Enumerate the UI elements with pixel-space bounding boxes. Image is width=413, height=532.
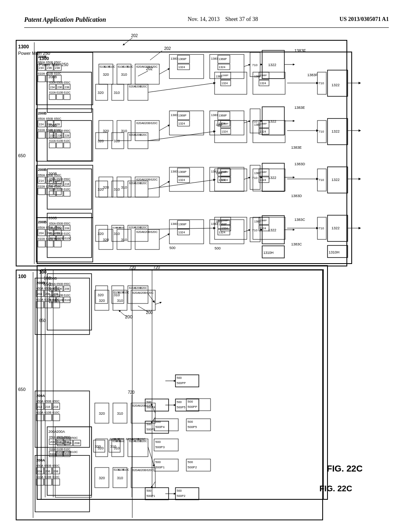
svg-text:224: 224	[39, 123, 44, 126]
svg-rect-334	[38, 75, 45, 82]
svg-text:500P5: 500P5	[177, 405, 186, 409]
svg-text:1322: 1322	[268, 63, 276, 67]
svg-text:620A: 620A	[136, 230, 144, 234]
svg-text:1383F: 1383F	[294, 49, 306, 53]
svg-line-625	[155, 302, 161, 304]
svg-line-460	[244, 177, 250, 179]
svg-text:620A: 620A	[132, 468, 140, 472]
svg-text:1383: 1383	[211, 222, 218, 226]
svg-text:610B: 610B	[46, 185, 53, 188]
svg-text:1310H: 1310H	[263, 251, 273, 255]
svg-text:650A: 650A	[36, 464, 44, 468]
publication-number: US 2013/0305071 A1	[340, 16, 389, 23]
svg-text:620B: 620B	[143, 230, 150, 234]
svg-rect-336	[54, 75, 61, 82]
svg-text:610C: 610C	[52, 411, 60, 414]
svg-text:200B: 200B	[38, 111, 47, 115]
svg-text:310: 310	[121, 185, 127, 189]
svg-text:650A: 650A	[38, 117, 45, 121]
svg-text:208: 208	[53, 470, 58, 473]
svg-text:650B: 650B	[44, 464, 52, 468]
svg-text:610C: 610C	[123, 468, 129, 471]
svg-text:500P3: 500P3	[146, 428, 155, 431]
svg-text:1383D: 1383D	[294, 162, 305, 166]
svg-text:620C: 620C	[146, 468, 154, 472]
svg-rect-534	[36, 479, 44, 485]
svg-text:320: 320	[99, 411, 105, 416]
svg-text:610C: 610C	[109, 65, 115, 68]
svg-text:650B: 650B	[46, 226, 53, 229]
svg-text:650C: 650C	[52, 399, 60, 403]
svg-rect-613	[52, 301, 60, 308]
svg-text:200B: 200B	[36, 281, 45, 285]
svg-text:610B: 610B	[46, 237, 53, 241]
svg-text:200B: 200B	[38, 220, 47, 224]
svg-text:650C: 650C	[52, 464, 60, 468]
svg-text:500P1: 500P1	[146, 494, 155, 498]
svg-text:1324: 1324	[178, 65, 185, 69]
svg-text:1368P: 1368P	[178, 223, 187, 226]
svg-text:206: 206	[47, 231, 52, 235]
page: Patent Application Publication Nov. 14, …	[0, 0, 413, 532]
svg-text:650B: 650B	[46, 173, 53, 177]
svg-text:228: 228	[55, 123, 60, 126]
svg-line-413	[159, 125, 169, 131]
svg-text:620A: 620A	[136, 65, 144, 69]
svg-text:610A: 610A	[36, 411, 44, 414]
svg-rect-536	[52, 479, 60, 485]
svg-text:320: 320	[103, 185, 109, 189]
svg-text:100: 100	[18, 274, 26, 279]
svg-rect-572	[52, 414, 60, 421]
svg-text:310: 310	[117, 476, 123, 480]
svg-text:310: 310	[121, 73, 127, 77]
svg-text:200A: 200A	[36, 458, 45, 462]
svg-rect-387	[46, 132, 53, 138]
svg-text:320: 320	[99, 476, 105, 480]
svg-text:1324: 1324	[178, 178, 185, 182]
svg-line-507	[159, 234, 169, 239]
svg-text:1368P: 1368P	[219, 58, 227, 60]
svg-text:1324: 1324	[219, 122, 225, 125]
svg-text:610C: 610C	[52, 475, 60, 479]
svg-text:1383: 1383	[211, 113, 218, 117]
svg-text:610C: 610C	[52, 298, 60, 301]
svg-text:226: 226	[47, 123, 52, 126]
svg-text:620B: 620B	[139, 468, 146, 472]
svg-line-414	[244, 121, 250, 123]
svg-text:206: 206	[45, 470, 50, 473]
svg-text:650C: 650C	[54, 117, 62, 121]
svg-text:238: 238	[55, 66, 60, 70]
svg-text:620A: 620A	[132, 291, 140, 295]
svg-text:202: 202	[131, 33, 138, 38]
svg-text:1324: 1324	[219, 65, 225, 69]
svg-text:650B: 650B	[44, 287, 52, 290]
svg-text:620C: 620C	[150, 121, 158, 125]
svg-line-367	[159, 69, 169, 74]
svg-text:610B: 610B	[46, 128, 53, 132]
svg-text:200B: 200B	[38, 55, 47, 59]
svg-text:650: 650	[18, 153, 25, 158]
svg-text:610C: 610C	[123, 291, 129, 294]
svg-text:216: 216	[47, 179, 52, 183]
svg-text:720: 720	[129, 266, 136, 270]
svg-text:1324: 1324	[219, 178, 225, 182]
svg-rect-434	[54, 188, 61, 195]
svg-text:650C: 650C	[54, 60, 62, 64]
svg-text:500P4: 500P4	[146, 405, 155, 409]
svg-text:1383: 1383	[211, 170, 218, 173]
svg-text:610B: 610B	[44, 298, 52, 301]
svg-line-593	[151, 417, 155, 423]
svg-text:204: 204	[39, 231, 44, 235]
svg-text:1324: 1324	[178, 231, 185, 234]
svg-text:500P2: 500P2	[177, 494, 186, 498]
svg-text:620C: 620C	[146, 291, 154, 295]
svg-text:310: 310	[121, 129, 127, 133]
page-header: Patent Application Publication Nov. 14, …	[24, 16, 389, 28]
svg-text:650A: 650A	[36, 287, 44, 290]
svg-text:610C: 610C	[54, 185, 62, 188]
svg-text:1368P: 1368P	[219, 223, 227, 226]
svg-text:FIG. 22C: FIG. 22C	[327, 463, 363, 474]
svg-text:1322: 1322	[268, 176, 276, 180]
svg-text:610C: 610C	[54, 128, 62, 132]
svg-text:1383E: 1383E	[294, 106, 305, 110]
